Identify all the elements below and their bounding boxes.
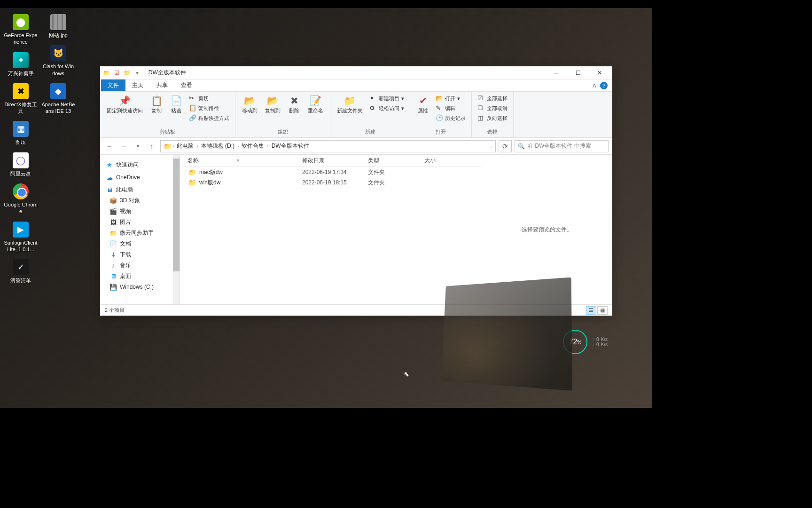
- copy-button[interactable]: 📋复制: [148, 94, 165, 115]
- folder-icon: 📁: [188, 168, 196, 176]
- new-item-button[interactable]: ✦新建项目 ▾: [367, 94, 406, 103]
- titlebar[interactable]: 📁 ☑ 📁 ▾ | DW全版本软件 — ☐ ✕: [100, 66, 612, 79]
- file-date: 2022-06-19 17:34: [302, 169, 368, 175]
- pin-quick-access-button[interactable]: 📌固定到快速访问: [104, 94, 146, 115]
- desktop-icon[interactable]: 网站.jpg: [40, 13, 77, 40]
- desktop-icon[interactable]: 🐱Clash for Windows: [40, 44, 77, 78]
- upload-unit: K/s: [601, 337, 608, 342]
- desktop-icon[interactable]: ◆Apache NetBeans IDE 13: [40, 82, 77, 116]
- desktop-icon[interactable]: ◯阿里云盘: [2, 151, 39, 178]
- navigation-pane: ★快速访问 ☁OneDrive 🖥此电脑 📦3D 对象 🎬视频 🖼图片 📁微云同…: [100, 155, 180, 304]
- search-icon: 🔍: [518, 143, 525, 150]
- help-icon[interactable]: ?: [600, 82, 608, 89]
- breadcrumb-3[interactable]: DW全版本软件: [270, 142, 311, 150]
- file-row[interactable]: 📁win版dw2022-06-19 18:15文件夹: [180, 177, 481, 188]
- column-headers: 名称ᐱ 修改日期 类型 大小: [180, 155, 481, 167]
- file-row[interactable]: 📁mac版dw2022-06-19 17:34文件夹: [180, 167, 481, 177]
- move-to-button[interactable]: 📂移动到: [239, 94, 260, 115]
- ribbon-collapse-icon[interactable]: ᐱ: [593, 83, 596, 89]
- details-view-button[interactable]: ☰: [586, 306, 596, 315]
- nav-3d-label: 3D 对象: [120, 197, 140, 205]
- properties-button[interactable]: ✔属性: [414, 94, 432, 115]
- nav-desktop[interactable]: 🖥桌面: [100, 271, 180, 282]
- desktop-icon[interactable]: ✦万兴神剪手: [2, 51, 39, 78]
- col-name-header[interactable]: 名称ᐱ: [180, 157, 302, 165]
- app-icon: [50, 14, 66, 30]
- history-icon: 🕑: [436, 114, 443, 122]
- nav-scroll-thumb[interactable]: [173, 159, 180, 271]
- rename-button[interactable]: 📝重命名: [305, 94, 326, 115]
- app-icon: 🐱: [50, 45, 66, 61]
- move-label: 移动到: [242, 108, 258, 114]
- icon-label: 万兴神剪手: [8, 70, 34, 77]
- edit-icon: ✎: [436, 104, 443, 112]
- history-button[interactable]: 🕑历史记录: [434, 113, 468, 123]
- nav-3d-objects[interactable]: 📦3D 对象: [100, 195, 180, 206]
- up-button[interactable]: ↑: [146, 141, 157, 152]
- tab-home[interactable]: 主页: [125, 79, 150, 91]
- ribbon-toolbar: 📌固定到快速访问 📋复制 📄粘贴 ✂剪切 📋复制路径 🔗粘贴快捷方式 剪贴板 📂…: [100, 92, 612, 138]
- refresh-button[interactable]: ⟳: [499, 140, 512, 152]
- invert-selection-button[interactable]: ◫反向选择: [476, 113, 509, 123]
- nav-downloads[interactable]: ⬇下载: [100, 249, 180, 260]
- desktop-icon[interactable]: Google Chrome: [2, 182, 39, 216]
- breadcrumb-0[interactable]: 此电脑: [175, 142, 195, 150]
- recent-dropdown[interactable]: ▾: [132, 141, 143, 152]
- search-input[interactable]: 🔍 在 DW全版本软件 中搜索: [515, 140, 609, 152]
- tab-view[interactable]: 查看: [174, 79, 199, 91]
- delete-button[interactable]: ✖删除: [285, 94, 303, 115]
- breadcrumb-bar[interactable]: 📁 › 此电脑› 本地磁盘 (D:)› 软件合集› DW全版本软件 ⌵: [160, 140, 496, 152]
- desktop-icon[interactable]: ⬤GeForce Experience: [2, 13, 39, 47]
- maximize-button[interactable]: ☐: [567, 66, 589, 79]
- nav-music[interactable]: ♪音乐: [100, 260, 180, 271]
- new-folder-button[interactable]: 📁新建文件夹: [334, 94, 366, 115]
- back-button[interactable]: ←: [104, 141, 115, 152]
- paste-button[interactable]: 📄粘贴: [167, 94, 185, 115]
- nav-this-pc[interactable]: 🖥此电脑: [100, 184, 180, 195]
- nav-videos[interactable]: 🎬视频: [100, 206, 180, 217]
- edit-button[interactable]: ✎编辑: [434, 103, 468, 113]
- addr-folder-icon: 📁: [164, 143, 172, 150]
- qa-dropdown[interactable]: ▾: [133, 69, 141, 77]
- breadcrumb-1[interactable]: 本地磁盘 (D:): [199, 142, 236, 150]
- forward-button[interactable]: →: [118, 141, 129, 152]
- copy-to-button[interactable]: 📂复制到: [262, 94, 283, 115]
- copy-path-button[interactable]: 📋复制路径: [187, 103, 231, 113]
- select-none-button[interactable]: ☐全部取消: [476, 103, 509, 113]
- icon-label: 阿里云盘: [10, 170, 31, 177]
- nav-onedrive[interactable]: ☁OneDrive: [100, 172, 180, 183]
- icons-view-button[interactable]: ▦: [597, 306, 608, 315]
- open-button[interactable]: 📂打开 ▾: [434, 94, 468, 103]
- qa-icon1[interactable]: ☑: [112, 69, 121, 77]
- tab-share[interactable]: 共享: [150, 79, 174, 91]
- system-monitor-widget[interactable]: 72% ↑ 0K/s ↓ 0K/s: [563, 328, 619, 356]
- nav-documents[interactable]: 📄文档: [100, 238, 180, 249]
- paste-shortcut-button[interactable]: 🔗粘贴快捷方式: [187, 113, 231, 123]
- close-button[interactable]: ✕: [589, 66, 610, 79]
- tab-file[interactable]: 文件: [101, 79, 125, 91]
- copyto-icon: 📂: [267, 95, 279, 107]
- select-all-button[interactable]: ☑全部选择: [476, 94, 509, 103]
- desktop-icon[interactable]: ✓滴答清单: [2, 258, 39, 285]
- desktop-icon[interactable]: ▶SunloginClientLite_1.0.1...: [2, 220, 39, 254]
- newitem-icon: ✦: [369, 95, 377, 102]
- desktop-icon[interactable]: ▦图压: [2, 119, 39, 147]
- open-group-label: 打开: [414, 127, 468, 136]
- pin-icon: 📌: [119, 95, 131, 107]
- col-date-header[interactable]: 修改日期: [302, 157, 368, 165]
- nav-pictures[interactable]: 🖼图片: [100, 217, 180, 228]
- minimize-button[interactable]: —: [546, 66, 567, 79]
- cut-button[interactable]: ✂剪切: [187, 94, 231, 103]
- col-size-header[interactable]: 大小: [424, 157, 462, 165]
- easy-access-button[interactable]: ⚙轻松访问 ▾: [367, 103, 406, 113]
- col-type-header[interactable]: 类型: [368, 157, 424, 165]
- nav-quick-access[interactable]: ★快速访问: [100, 159, 180, 170]
- addr-dropdown-icon[interactable]: ⌵: [490, 143, 492, 149]
- nav-scrollbar[interactable]: [173, 155, 180, 304]
- select-group-label: 选择: [476, 127, 509, 136]
- nav-weiyun[interactable]: 📁微云同步助手: [100, 228, 180, 238]
- file-explorer-window: 📁 ☑ 📁 ▾ | DW全版本软件 — ☐ ✕ 文件 主页 共享 查看 ᐱ ?: [100, 66, 612, 316]
- nav-windows-c[interactable]: 💾Windows (C:): [100, 282, 180, 292]
- breadcrumb-2[interactable]: 软件合集: [240, 142, 266, 150]
- desktop-icon[interactable]: ✖DirectX修复工具: [2, 82, 39, 116]
